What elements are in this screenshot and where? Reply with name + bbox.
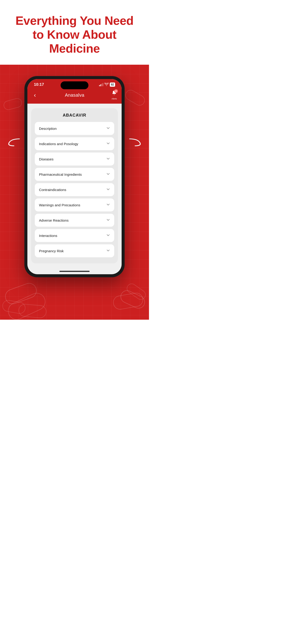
status-bar: 10:17 [27,79,122,88]
chevron-down-icon [106,126,110,131]
chevron-down-icon [106,187,110,192]
wave-left [7,136,20,148]
alerts-button[interactable]: 0 Alerts [111,90,117,100]
accordion-item-6[interactable]: Adverse Reactions [35,214,114,227]
home-bar [59,271,90,272]
alerts-count-badge: 0 [114,89,118,93]
accordion-list: DescriptionIndications and PosologyDisea… [35,122,114,257]
home-indicator [27,268,122,274]
dynamic-island [61,81,88,89]
accordion-label-6: Adverse Reactions [39,218,69,222]
status-time: 10:17 [34,82,44,87]
accordion-item-4[interactable]: Contraindications [35,183,114,196]
battery-icon: 92 [110,82,115,87]
nav-title: Anasalva [65,92,84,98]
chevron-down-icon [106,218,110,222]
accordion-item-7[interactable]: Interactions [35,229,114,242]
accordion-label-8: Pregnancy Risk [39,249,64,253]
accordion-label-7: Interactions [39,234,57,238]
drug-card: ABACAVIR DescriptionIndications and Poso… [31,108,118,263]
accordion-item-0[interactable]: Description [35,122,114,135]
back-button[interactable]: ‹ [32,91,38,99]
accordion-label-1: Indications and Posology [39,142,78,146]
chevron-down-icon [106,233,110,238]
alerts-label: Alerts [111,98,117,100]
drug-name: ABACAVIR [35,113,114,118]
accordion-label-4: Contraindications [39,188,66,192]
accordion-item-1[interactable]: Indications and Posology [35,137,114,150]
accordion-label-0: Description [39,126,57,130]
app-showcase: 10:17 [0,65,149,320]
headline-line2: to Know About Medicine [33,28,116,55]
chevron-down-icon [106,202,110,207]
headline: Everything You Need to Know About Medici… [9,14,140,56]
phone-mockup: 10:17 [25,76,124,277]
accordion-item-8[interactable]: Pregnancy Risk [35,244,114,257]
accordion-label-3: Pharmaceutical Ingredients [39,172,82,176]
nav-bar: ‹ Anasalva 0 Alerts [27,88,122,104]
accordion-label-2: Diseases [39,157,54,161]
chevron-down-icon [106,248,110,253]
signal-icon [99,83,103,86]
headline-line1: Everything You Need [16,14,134,27]
accordion-item-2[interactable]: Diseases [35,152,114,166]
accordion-item-3[interactable]: Pharmaceutical Ingredients [35,168,114,181]
wave-right [129,136,142,148]
chevron-down-icon [106,157,110,161]
phone-screen: 10:17 [27,79,122,274]
wifi-icon [104,83,109,87]
content-area: ABACAVIR DescriptionIndications and Poso… [27,104,122,268]
chevron-down-icon [106,142,110,146]
accordion-item-5[interactable]: Warnings and Precautions [35,198,114,212]
top-section: Everything You Need to Know About Medici… [0,0,149,65]
status-icons: 92 [99,82,115,87]
chevron-down-icon [106,172,110,177]
accordion-label-5: Warnings and Precautions [39,203,80,207]
